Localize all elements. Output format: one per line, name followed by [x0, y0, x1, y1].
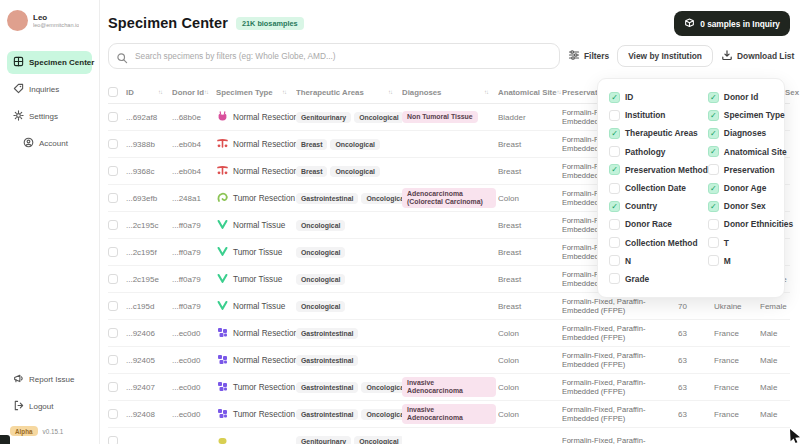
- therapeutic-areas: Oncological: [296, 274, 402, 285]
- checkbox-icon[interactable]: [609, 255, 620, 266]
- column-toggle-pathology[interactable]: Pathology: [609, 143, 708, 161]
- sort-icon[interactable]: ↑↓: [282, 89, 286, 95]
- column-header[interactable]: Anatomical Site↑↓: [498, 88, 562, 97]
- row-checkbox[interactable]: [108, 220, 118, 230]
- row-checkbox[interactable]: [108, 301, 118, 311]
- row-checkbox[interactable]: [108, 355, 118, 365]
- therapeutic-area-badge: Oncological: [330, 166, 379, 177]
- checkbox-icon[interactable]: [609, 146, 620, 157]
- column-toggle-collection-method[interactable]: Collection Method: [609, 234, 708, 252]
- column-toggle-m[interactable]: M: [708, 252, 793, 270]
- row-checkbox[interactable]: [108, 382, 118, 392]
- donor-age: 70: [678, 302, 714, 311]
- column-toggle-preservation[interactable]: Preservation: [708, 161, 793, 179]
- checkbox-icon[interactable]: [609, 273, 620, 284]
- column-toggle-grade[interactable]: Grade: [609, 270, 708, 288]
- row-checkbox[interactable]: [108, 166, 118, 176]
- version-label: v0.15.1: [43, 428, 64, 435]
- column-header[interactable]: Specimen Type↑↓: [216, 88, 296, 97]
- checkbox-checked-icon[interactable]: ✓: [708, 201, 719, 212]
- column-header[interactable]: ID↑↓: [126, 88, 172, 97]
- checkbox-checked-icon[interactable]: ✓: [708, 146, 719, 157]
- sort-icon[interactable]: ↑↓: [158, 89, 162, 95]
- row-checkbox[interactable]: [108, 274, 118, 284]
- column-toggle-diagnoses[interactable]: ✓Diagnoses: [708, 124, 793, 142]
- checkbox-icon[interactable]: [609, 183, 620, 194]
- column-toggle-donor-race[interactable]: Donor Race: [609, 215, 708, 233]
- view-by-institution-button[interactable]: View by Institution: [617, 45, 713, 67]
- table-row[interactable]: ...92407...ec0d0Tumor ResectionGastroint…: [108, 374, 790, 401]
- column-toggle-donor-age[interactable]: ✓Donor Age: [708, 179, 793, 197]
- donor-id: ...eb0b4: [172, 167, 216, 176]
- column-header[interactable]: Donor Id↑↓: [172, 88, 216, 97]
- table-row[interactable]: GenitourinaryOncologicalFormalin-Fixed, …: [108, 428, 790, 444]
- sidebar-item-settings[interactable]: Settings: [7, 105, 92, 128]
- sidebar-item-report-issue[interactable]: Report Issue: [7, 368, 92, 391]
- column-toggle-donor-sex[interactable]: ✓Donor Sex: [708, 197, 793, 215]
- row-checkbox[interactable]: [108, 409, 118, 419]
- checkbox-checked-icon[interactable]: ✓: [708, 128, 719, 139]
- user-profile[interactable]: Leo leo@emmitchan.io: [7, 10, 92, 31]
- sort-icon[interactable]: ↑↓: [204, 89, 208, 95]
- row-checkbox[interactable]: [108, 247, 118, 257]
- column-toggle-label: N: [625, 256, 631, 266]
- column-toggle-t[interactable]: T: [708, 234, 793, 252]
- column-toggle-therapeutic-areas[interactable]: ✓Therapeutic Areas: [609, 124, 708, 142]
- column-header[interactable]: Therapeutic Areas↑↓: [296, 88, 402, 97]
- column-toggle-n[interactable]: N: [609, 252, 708, 270]
- download-list-button[interactable]: Download List: [721, 49, 794, 63]
- filters-button[interactable]: Filters: [568, 49, 609, 63]
- checkbox-icon[interactable]: [708, 255, 719, 266]
- donor-id: ...248a1: [172, 194, 216, 203]
- column-toggle-country[interactable]: ✓Country: [609, 197, 708, 215]
- row-checkbox[interactable]: [108, 112, 118, 122]
- column-toggle-collection-date[interactable]: Collection Date: [609, 179, 708, 197]
- checkbox-checked-icon[interactable]: ✓: [708, 92, 719, 103]
- row-checkbox[interactable]: [108, 139, 118, 149]
- checkbox-icon[interactable]: [708, 219, 719, 230]
- row-checkbox[interactable]: [108, 436, 118, 444]
- column-toggle-anatomical-site[interactable]: ✓Anatomical Site: [708, 143, 793, 161]
- column-toggle-donor-id[interactable]: ✓Donor Id: [708, 88, 793, 106]
- specimen-id: ...9388b: [126, 140, 172, 149]
- anatomical-site: Colon: [498, 194, 562, 203]
- sidebar-item-specimen-center[interactable]: Specimen Center: [7, 51, 92, 74]
- column-toggle-label: M: [724, 256, 731, 266]
- table-row[interactable]: ...92408...ec0d0Tumor ResectionGastroint…: [108, 401, 790, 428]
- row-checkbox[interactable]: [108, 328, 118, 338]
- column-header[interactable]: Diagnoses↑↓: [402, 88, 498, 97]
- search-input[interactable]: [108, 43, 560, 69]
- select-all-checkbox[interactable]: [108, 87, 118, 97]
- column-toggle-label: Donor Sex: [724, 201, 766, 211]
- specimen-id: ...2c195e: [126, 275, 172, 284]
- column-toggle-donor-ethnicities[interactable]: Donor Ethnicities: [708, 215, 793, 233]
- biosamples-count-badge: 21K biosamples: [236, 17, 304, 30]
- inquiry-cart-button[interactable]: 0 samples in Inquiry: [674, 11, 790, 36]
- checkbox-icon[interactable]: [609, 237, 620, 248]
- sidebar-item-inquiries[interactable]: Inquiries: [7, 78, 92, 101]
- table-row[interactable]: ...92406...ec0d0Normal ResectionGastroin…: [108, 320, 790, 347]
- bladder-pink-icon: [216, 110, 229, 125]
- sidebar-item-account[interactable]: Account: [17, 132, 92, 155]
- checkbox-checked-icon[interactable]: ✓: [708, 183, 719, 194]
- sort-icon[interactable]: ↑↓: [557, 89, 561, 95]
- checkbox-icon[interactable]: [708, 237, 719, 248]
- column-toggle-institution[interactable]: Institution: [609, 106, 708, 124]
- table-row[interactable]: ...92405...ec0d0Normal ResectionGastroin…: [108, 347, 790, 374]
- row-checkbox[interactable]: [108, 193, 118, 203]
- column-toggle-specimen-type[interactable]: ✓Specimen Type: [708, 106, 793, 124]
- column-toggle-id[interactable]: ✓ID: [609, 88, 708, 106]
- checkbox-checked-icon[interactable]: ✓: [609, 164, 620, 175]
- checkbox-icon[interactable]: [609, 219, 620, 230]
- checkbox-checked-icon[interactable]: ✓: [609, 92, 620, 103]
- checkbox-icon[interactable]: [609, 110, 620, 121]
- checkbox-checked-icon[interactable]: ✓: [708, 110, 719, 121]
- checkbox-icon[interactable]: [708, 164, 719, 175]
- therapeutic-areas: GastrointestinalOncological: [296, 382, 402, 393]
- sidebar-item-logout[interactable]: Logout: [7, 395, 92, 418]
- column-toggle-preservation-method[interactable]: ✓Preservation Method: [609, 161, 708, 179]
- checkbox-checked-icon[interactable]: ✓: [609, 201, 620, 212]
- sort-icon[interactable]: ↑↓: [388, 89, 392, 95]
- sort-icon[interactable]: ↑↓: [484, 89, 488, 95]
- checkbox-checked-icon[interactable]: ✓: [609, 128, 620, 139]
